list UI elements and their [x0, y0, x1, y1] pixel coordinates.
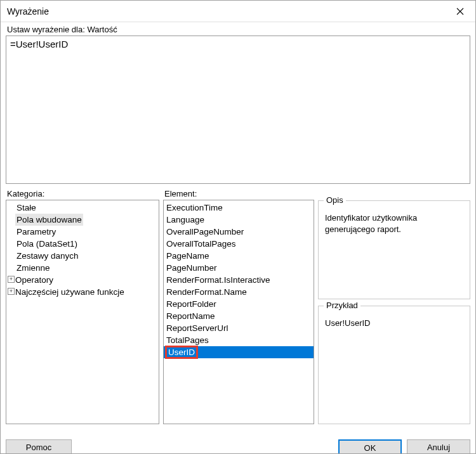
- element-item[interactable]: PageName: [164, 250, 314, 262]
- category-item-label[interactable]: Zestawy danych: [15, 251, 80, 261]
- expression-input[interactable]: =User!UserID: [6, 36, 470, 184]
- close-button[interactable]: [446, 1, 475, 22]
- category-item-label[interactable]: Pola wbudowane: [15, 214, 83, 226]
- category-item-label[interactable]: Pola (DataSet1): [15, 239, 79, 249]
- example-legend: Przykład: [324, 301, 360, 310]
- info-column: Opis Identyfikator użytkownika generując…: [318, 189, 470, 424]
- element-item[interactable]: Language: [164, 214, 314, 226]
- close-icon: [456, 8, 464, 15]
- titlebar: Wyrażenie: [1, 1, 475, 22]
- category-item-label: Najczęściej używane funkcje: [15, 287, 124, 297]
- category-item-label[interactable]: Parametry: [15, 227, 57, 237]
- category-column: Kategoria: StałePola wbudowaneParametryP…: [6, 189, 159, 424]
- element-item[interactable]: PageNumber: [164, 262, 314, 274]
- ok-button[interactable]: OK: [338, 439, 402, 453]
- element-item[interactable]: RenderFormat.IsInteractive: [164, 274, 314, 286]
- category-label: Kategoria:: [7, 189, 159, 198]
- description-group: Opis Identyfikator użytkownika generując…: [318, 200, 470, 299]
- element-item[interactable]: ReportName: [164, 310, 314, 322]
- element-item-label: UserID: [165, 346, 198, 359]
- category-item-label: Operatory: [15, 275, 53, 285]
- element-item[interactable]: UserID: [164, 346, 314, 358]
- element-item[interactable]: ReportFolder: [164, 298, 314, 310]
- element-list[interactable]: ExecutionTimeLanguageOverallPageNumberOv…: [163, 200, 314, 424]
- element-item[interactable]: OverallTotalPages: [164, 238, 314, 250]
- lower-panels: Kategoria: StałePola wbudowaneParametryP…: [6, 189, 470, 424]
- category-item-label[interactable]: Stałe: [15, 203, 37, 212]
- description-legend: Opis: [324, 195, 346, 205]
- expression-label: Ustaw wyrażenie dla: Wartość: [7, 25, 470, 34]
- expand-icon[interactable]: +: [8, 288, 15, 295]
- window-title: Wyrażenie: [7, 6, 446, 16]
- category-list[interactable]: StałePola wbudowaneParametryPola (DataSe…: [6, 200, 159, 424]
- element-item[interactable]: OverallPageNumber: [164, 226, 314, 238]
- expression-dialog: Wyrażenie Ustaw wyrażenie dla: Wartość =…: [0, 0, 476, 454]
- example-group: Przykład User!UserID: [318, 306, 470, 424]
- element-item[interactable]: ReportServerUrl: [164, 322, 314, 334]
- help-button[interactable]: Pomoc: [6, 439, 72, 453]
- category-item-label[interactable]: Zmienne: [15, 263, 51, 273]
- element-label: Element:: [164, 189, 314, 198]
- element-item[interactable]: TotalPages: [164, 334, 314, 346]
- element-item[interactable]: ExecutionTime: [164, 202, 314, 214]
- expand-icon[interactable]: +: [8, 276, 15, 283]
- footer: Pomoc OK Anuluj: [1, 424, 475, 453]
- description-text: Identyfikator użytkownika generującego r…: [325, 212, 463, 235]
- example-text: User!UserID: [325, 318, 463, 329]
- element-column: Element: ExecutionTimeLanguageOverallPag…: [163, 189, 314, 424]
- content-area: Ustaw wyrażenie dla: Wartość =User!UserI…: [1, 22, 475, 424]
- cancel-button[interactable]: Anuluj: [407, 439, 470, 453]
- element-item[interactable]: RenderFormat.Name: [164, 286, 314, 298]
